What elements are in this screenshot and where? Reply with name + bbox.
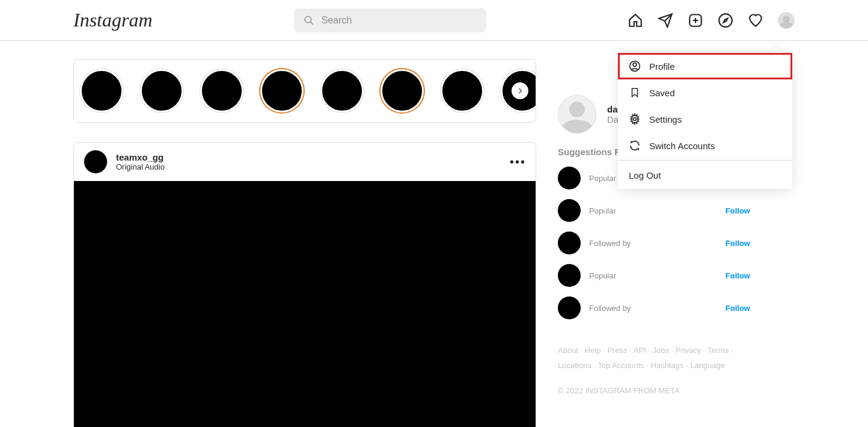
top-header: Instagram [0,0,868,41]
post-username[interactable]: teamxo_gg [116,152,165,162]
suggestion-row: Popular Follow [558,199,774,222]
suggestion-avatar[interactable] [558,232,581,254]
home-icon[interactable] [628,13,643,28]
story-item[interactable] [80,69,123,112]
search-input[interactable] [322,15,477,26]
current-user-display: Da [607,114,619,124]
profile-avatar-button[interactable] [778,12,795,29]
follow-button[interactable]: Follow [726,206,750,215]
dropdown-item-profile[interactable]: Profile [618,53,792,79]
suggestion-row: Popular Follow [558,264,774,287]
svg-marker-7 [724,18,728,22]
svg-point-9 [633,63,637,67]
post-subtitle[interactable]: Original Audio [116,162,165,171]
svg-line-1 [310,22,313,24]
follow-button[interactable]: Follow [726,239,750,248]
chevron-right-icon [516,87,524,94]
dropdown-item-settings[interactable]: Settings [618,106,792,132]
feed-post: teamxo_gg Original Audio ••• [73,142,536,427]
story-item[interactable] [441,69,484,112]
profile-dropdown: Profile Saved Settings Switch Accounts L… [618,53,792,189]
current-user-username[interactable]: da [607,104,619,114]
post-author-avatar[interactable] [84,150,108,174]
footer-copyright: © 2022 INSTAGRAM FROM META [558,386,774,395]
dropdown-label: Log Out [629,170,661,180]
dropdown-item-switch[interactable]: Switch Accounts [618,132,792,159]
svg-point-6 [719,14,732,27]
messages-icon[interactable] [658,13,673,28]
dropdown-label: Profile [649,61,675,72]
bookmark-icon [629,87,641,99]
story-item[interactable] [140,69,183,112]
post-media[interactable] [74,181,536,427]
current-user-avatar[interactable] [558,95,596,134]
suggestion-text: Popular [589,174,616,183]
dropdown-item-logout[interactable]: Log Out [618,162,792,189]
dropdown-item-saved[interactable]: Saved [618,79,792,106]
search-icon [304,15,314,26]
explore-icon[interactable] [718,13,733,28]
stories-tray [73,59,536,123]
suggestion-text: Followed by [589,239,631,248]
stories-next-button[interactable] [512,82,528,99]
svg-point-0 [305,16,311,23]
new-post-icon[interactable] [688,13,703,28]
dropdown-separator [618,160,792,161]
nav-icons [628,12,795,29]
suggestion-row: Followed by Follow [558,232,774,254]
suggestion-row: Followed by Follow [558,296,774,319]
activity-icon[interactable] [748,13,763,28]
footer-link-row[interactable]: About · Help · Press · API · Jobs · Priv… [558,346,733,355]
footer-link-row[interactable]: Locations · Top Accounts · Hashtags · La… [558,361,725,370]
dropdown-label: Switch Accounts [649,141,715,151]
story-item[interactable] [260,69,304,112]
suggestion-avatar[interactable] [558,167,581,189]
suggestion-text: Followed by [589,304,631,313]
suggestion-text: Popular [589,271,616,280]
suggestion-avatar[interactable] [558,199,581,222]
follow-button[interactable]: Follow [726,271,750,280]
footer-links: About · Help · Press · API · Jobs · Priv… [558,343,750,373]
dropdown-label: Settings [649,114,682,124]
suggestion-avatar[interactable] [558,296,581,319]
profile-icon [629,60,641,72]
story-item[interactable] [381,69,424,112]
post-more-button[interactable]: ••• [510,155,526,169]
search-box[interactable] [294,8,486,32]
dropdown-label: Saved [649,88,675,98]
story-item[interactable] [200,69,243,112]
switch-icon [629,140,641,152]
gear-icon [629,113,641,125]
suggestion-text: Popular [589,206,616,215]
svg-point-10 [634,118,637,121]
follow-button[interactable]: Follow [726,304,750,313]
story-item[interactable] [320,69,364,112]
suggestion-avatar[interactable] [558,264,581,287]
instagram-logo[interactable]: Instagram [73,9,153,31]
